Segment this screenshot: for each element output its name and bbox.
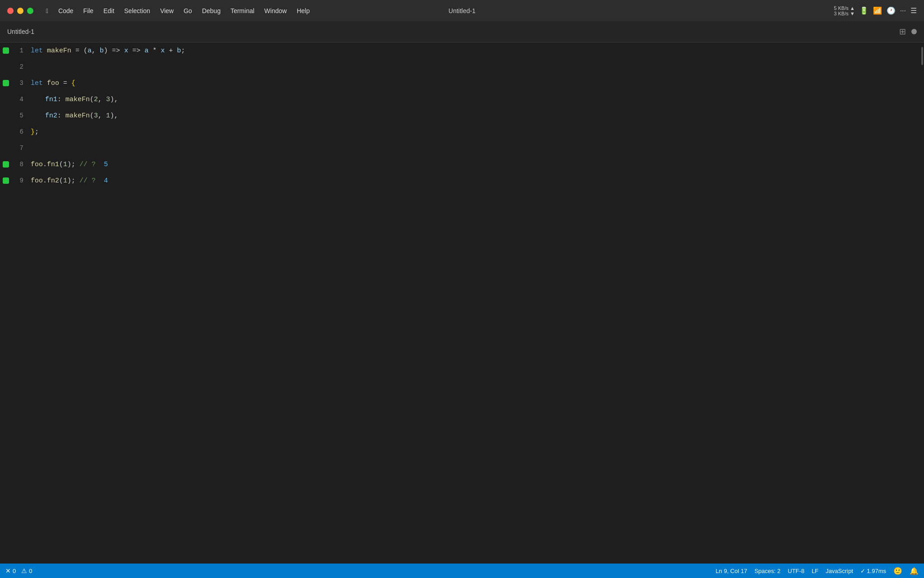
menu-file[interactable]: File <box>80 6 97 15</box>
code-line[interactable]: }; <box>27 124 924 140</box>
code-line[interactable]: foo.fn1(1); // ? 5 <box>27 156 924 172</box>
maximize-button[interactable] <box>27 8 33 14</box>
token-kw: let <box>31 47 47 55</box>
token-fn-name: makeFn <box>65 96 90 103</box>
statusbar-left: ✕ 0 ⚠ 0 <box>5 567 32 574</box>
token-comment: // ? <box>79 161 96 168</box>
token-plain: : <box>57 112 65 120</box>
token-plain: ( <box>59 161 63 168</box>
gutter-line: 2 <box>0 59 27 75</box>
breakpoint-indicator[interactable] <box>3 80 9 86</box>
gutter-line: 1 <box>0 42 27 59</box>
bell-icon[interactable]: 🔔 <box>910 567 919 575</box>
token-plain <box>128 47 132 55</box>
token-fn-name: makeFn <box>47 47 71 55</box>
token-arrow: => <box>112 47 120 55</box>
menu-selection[interactable]: Selection <box>120 6 154 15</box>
token-arrow: => <box>132 47 140 55</box>
code-line[interactable] <box>27 140 924 156</box>
token-plain: ( <box>90 96 94 103</box>
token-fn-name: foo <box>31 161 43 168</box>
token-bracket: } <box>31 128 35 136</box>
code-line[interactable]: let foo = { <box>27 75 924 91</box>
scrollbar[interactable] <box>920 42 924 564</box>
token-result: 5 <box>104 161 108 168</box>
error-status[interactable]: ✕ 0 ⚠ 0 <box>5 567 32 574</box>
menu-edit[interactable]: Edit <box>100 6 118 15</box>
unsaved-indicator <box>911 29 917 34</box>
menu-code[interactable]: Code <box>55 6 77 15</box>
tabbar-actions: ⊞ <box>899 27 917 37</box>
code-line[interactable]: fn1: makeFn(2, 3), <box>27 91 924 107</box>
cursor-position[interactable]: Ln 9, Col 17 <box>716 568 747 574</box>
token-plain: , <box>98 96 106 103</box>
system-icons: 5 KB/s ▲3 KB/s ▼ 🔋 📶 🕐 ··· ☰ <box>834 5 917 16</box>
token-plain <box>96 161 104 168</box>
line-number: 3 <box>14 79 23 87</box>
traffic-lights <box>7 8 33 14</box>
indentation[interactable]: Spaces: 2 <box>754 568 781 574</box>
menu-help[interactable]: Help <box>293 6 314 15</box>
minimize-button[interactable] <box>17 8 23 14</box>
apple-menu[interactable]:  <box>42 6 52 15</box>
menu-debug[interactable]: Debug <box>199 6 224 15</box>
breakpoint-indicator[interactable] <box>3 47 9 54</box>
breakpoint-indicator[interactable] <box>3 177 9 184</box>
code-line[interactable]: fn2: makeFn(3, 1), <box>27 107 924 124</box>
gutter-line: 3 <box>0 75 27 91</box>
token-fn-name: makeFn <box>65 112 90 120</box>
token-var: b <box>100 47 104 55</box>
menu-go[interactable]: Go <box>180 6 196 15</box>
active-tab[interactable]: Untitled-1 <box>7 28 34 35</box>
close-button[interactable] <box>7 8 14 14</box>
token-plain: * <box>148 47 161 55</box>
list-icon: ☰ <box>910 6 917 15</box>
token-plain <box>120 47 124 55</box>
line-number: 2 <box>14 63 23 70</box>
gutter-line: 7 <box>0 140 27 156</box>
menu-view[interactable]: View <box>157 6 177 15</box>
token-plain: ), <box>110 96 118 103</box>
breakpoint-indicator[interactable] <box>3 161 9 168</box>
error-icon: ✕ <box>5 567 11 574</box>
token-result: 4 <box>104 177 108 185</box>
token-var: x <box>124 47 128 55</box>
token-plain <box>96 177 104 185</box>
token-plain: ), <box>110 112 118 120</box>
network-stats: 5 KB/s ▲3 KB/s ▼ <box>834 5 855 16</box>
token-num: 3 <box>106 96 110 103</box>
gutter-line: 4 <box>0 91 27 107</box>
gutter-line: 5 <box>0 107 27 124</box>
menu-window[interactable]: Window <box>261 6 291 15</box>
perf-indicator: ✓ 1.97ms <box>860 568 886 574</box>
code-line[interactable]: let makeFn = (a, b) => x => a * x + b; <box>27 42 924 59</box>
token-num: 1 <box>63 177 67 185</box>
token-plain: ; <box>181 47 185 55</box>
warning-icon: ⚠ <box>21 567 27 574</box>
token-fn-name: fn1 <box>47 161 59 168</box>
token-var: x <box>161 47 165 55</box>
gutter-line: 8 <box>0 156 27 172</box>
error-count: 0 <box>13 568 16 574</box>
token-prop: fn2 <box>45 112 57 120</box>
statusbar: ✕ 0 ⚠ 0 Ln 9, Col 17 Spaces: 2 UTF-8 LF … <box>0 564 924 578</box>
split-editor-icon[interactable]: ⊞ <box>899 27 906 37</box>
token-plain: , <box>92 47 100 55</box>
editor[interactable]: 123456789 let makeFn = (a, b) => x => a … <box>0 42 924 564</box>
language-mode[interactable]: JavaScript <box>826 568 853 574</box>
token-plain: = <box>59 79 71 87</box>
token-num: 3 <box>94 112 98 120</box>
code-line[interactable]: foo.fn2(1); // ? 4 <box>27 172 924 189</box>
token-bracket: { <box>71 79 75 87</box>
smiley-icon[interactable]: 🙂 <box>893 567 902 575</box>
code-area[interactable]: let makeFn = (a, b) => x => a * x + b;le… <box>27 42 924 564</box>
encoding[interactable]: UTF-8 <box>788 568 804 574</box>
gutter-line: 9 <box>0 172 27 189</box>
code-line[interactable] <box>27 59 924 75</box>
token-plain <box>140 47 144 55</box>
menu-terminal[interactable]: Terminal <box>227 6 258 15</box>
token-num: 2 <box>94 96 98 103</box>
eol[interactable]: LF <box>812 568 818 574</box>
scrollbar-thumb[interactable] <box>921 47 923 65</box>
line-numbers-gutter: 123456789 <box>0 42 27 564</box>
